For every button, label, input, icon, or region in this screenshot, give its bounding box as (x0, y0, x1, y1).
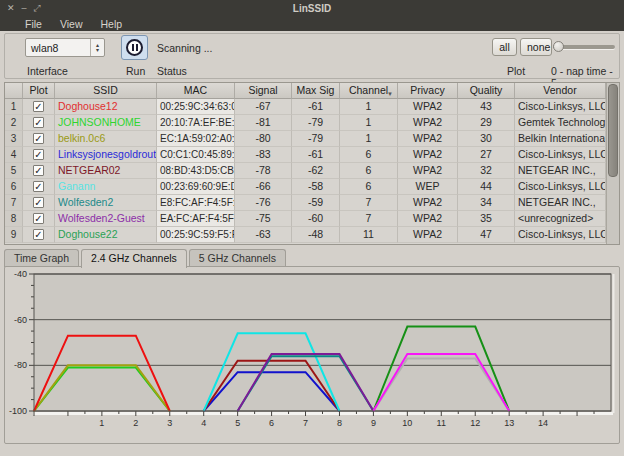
col-header-vendor[interactable]: Vendor (515, 83, 606, 99)
vendor-cell: Cisco-Linksys, LLC (515, 179, 606, 195)
menu-bar: FileViewHelp (0, 16, 624, 31)
naptime-slider[interactable] (553, 45, 615, 49)
plot-checkbox[interactable]: ✓ (33, 197, 44, 208)
graph-tabs: Time Graph2.4 GHz Channels5 GHz Channels (4, 249, 288, 267)
max-sig-cell: -59 (292, 195, 340, 211)
mac-cell: EA:FC:AF:F4:5F:F0 (157, 211, 235, 227)
table-row: 6✓Ganann00:23:69:60:9E:DB-66-586WEP44Cis… (5, 179, 606, 195)
run-pause-button[interactable] (121, 35, 148, 60)
vendor-cell: NETGEAR INC., (515, 163, 606, 179)
col-header-signal[interactable]: Signal (235, 83, 292, 99)
interface-value: wlan8 (26, 42, 90, 54)
tab-2-4-ghz-channels[interactable]: 2.4 GHz Channels (81, 249, 187, 268)
plot-checkbox[interactable]: ✓ (33, 117, 44, 128)
ssid-cell: Doghouse12 (55, 99, 157, 115)
mac-cell: C0:C1:C0:45:89:F8 (157, 147, 235, 163)
table-scrollbar-thumb[interactable] (608, 84, 618, 177)
run-label: Run (126, 65, 145, 77)
menu-view[interactable]: View (51, 18, 92, 30)
quality-cell: 29 (458, 115, 515, 131)
table-header-row: PlotSSIDMACSignalMax SigChannel▼PrivacyQ… (5, 83, 606, 99)
privacy-cell: WPA2 (398, 147, 458, 163)
plot-all-button[interactable]: all (492, 38, 517, 56)
ssid-cell: belkin.0c6 (55, 131, 157, 147)
x-tick-label: 6 (269, 418, 274, 428)
interface-select[interactable]: wlan8 ▴▾ (25, 38, 105, 57)
col-header-quality[interactable]: Quality (458, 83, 515, 99)
y-tick-label: -80 (14, 360, 27, 370)
plot-checkbox[interactable]: ✓ (33, 133, 44, 144)
x-tick-label: 14 (538, 418, 548, 428)
signal-cell: -83 (235, 147, 292, 163)
plot-checkbox-cell: ✓ (23, 163, 55, 179)
interface-label: Interface (27, 65, 68, 77)
plot-checkbox-cell: ✓ (23, 115, 55, 131)
row-number: 7 (5, 195, 23, 211)
table-row: 3✓belkin.0c6EC:1A:59:02:A0:C6-80-791WPA2… (5, 131, 606, 147)
channel-cell: 1 (340, 115, 398, 131)
networks-table: PlotSSIDMACSignalMax SigChannel▼PrivacyQ… (4, 82, 620, 245)
max-sig-cell: -79 (292, 115, 340, 131)
col-header-ssid[interactable]: SSID (55, 83, 157, 99)
max-sig-cell: -60 (292, 211, 340, 227)
pause-icon (126, 39, 143, 56)
quality-cell: 47 (458, 227, 515, 243)
ssid-cell: Ganann (55, 179, 157, 195)
col-header-channel[interactable]: Channel▼ (340, 83, 398, 99)
tab-5-ghz-channels[interactable]: 5 GHz Channels (189, 249, 286, 267)
mac-cell: E8:FC:AF:F4:5F:EF (157, 195, 235, 211)
menu-help[interactable]: Help (92, 18, 132, 30)
x-tick-label: 13 (504, 418, 514, 428)
plot-checkbox[interactable]: ✓ (33, 181, 44, 192)
channel-cell: 11 (340, 227, 398, 243)
vendor-cell: Belkin International Inc (515, 131, 606, 147)
signal-cell: -80 (235, 131, 292, 147)
table-row: 8✓Wolfesden2-GuestEA:FC:AF:F4:5F:F0-75-6… (5, 211, 606, 227)
plot-checkbox-cell: ✓ (23, 147, 55, 163)
menu-file[interactable]: File (16, 18, 51, 30)
plot-none-button[interactable]: none (520, 38, 552, 56)
plot-checkbox[interactable]: ✓ (33, 101, 44, 112)
table-scrollbar[interactable] (606, 83, 619, 244)
mac-cell: 20:10:7A:EF:BE:EF (157, 115, 235, 131)
channel-graph-panel: -40-60-80-1001234567891011121314 (4, 266, 620, 444)
x-tick-label: 12 (470, 418, 480, 428)
y-tick-label: -100 (9, 406, 27, 416)
plot-checkbox-cell: ✓ (23, 179, 55, 195)
tab-time-graph[interactable]: Time Graph (4, 249, 79, 267)
max-sig-cell: -61 (292, 147, 340, 163)
quality-cell: 32 (458, 163, 515, 179)
col-header-mac[interactable]: MAC (157, 83, 235, 99)
x-tick-label: 9 (371, 418, 376, 428)
col-header-plot[interactable]: Plot (23, 83, 55, 99)
row-number: 9 (5, 227, 23, 243)
channel-cell: 7 (340, 211, 398, 227)
quality-cell: 34 (458, 195, 515, 211)
naptime-slider-knob[interactable] (553, 41, 564, 52)
plot-checkbox[interactable]: ✓ (33, 165, 44, 176)
row-number: 3 (5, 131, 23, 147)
plot-checkbox[interactable]: ✓ (33, 213, 44, 224)
max-sig-cell: -79 (292, 131, 340, 147)
privacy-cell: WPA2 (398, 195, 458, 211)
vendor-cell: Cisco-Linksys, LLC (515, 227, 606, 243)
signal-cell: -66 (235, 179, 292, 195)
col-header-corner (5, 83, 23, 99)
vendor-cell: Gemtek Technology C... (515, 115, 606, 131)
quality-cell: 27 (458, 147, 515, 163)
max-sig-cell: -61 (292, 99, 340, 115)
row-number: 2 (5, 115, 23, 131)
privacy-cell: WPA2 (398, 227, 458, 243)
privacy-cell: WPA2 (398, 163, 458, 179)
col-header-max-sig[interactable]: Max Sig (292, 83, 340, 99)
plot-checkbox[interactable]: ✓ (33, 149, 44, 160)
channel-cell: 6 (340, 163, 398, 179)
signal-cell: -75 (235, 211, 292, 227)
mac-cell: 00:25:9C:59:F5:FC (157, 227, 235, 243)
quality-cell: 44 (458, 179, 515, 195)
table-row: 9✓Doghouse2200:25:9C:59:F5:FC-63-4811WPA… (5, 227, 606, 243)
channel-cell: 6 (340, 147, 398, 163)
col-header-privacy[interactable]: Privacy (398, 83, 458, 99)
plot-checkbox[interactable]: ✓ (33, 229, 44, 240)
spinner-arrows-icon[interactable]: ▴▾ (90, 39, 104, 56)
